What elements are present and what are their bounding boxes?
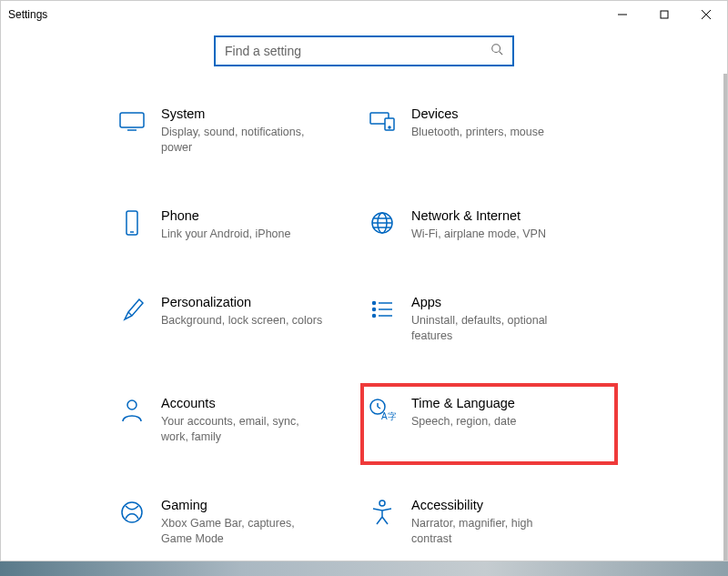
person-icon [117,396,147,425]
vertical-scrollbar[interactable] [723,74,727,561]
xbox-icon [117,498,147,527]
tile-apps[interactable]: Apps Uninstall, defaults, optional featu… [364,291,614,348]
tile-desc: Display, sound, notifications, power [161,125,325,156]
tile-phone[interactable]: Phone Link your Android, iPhone [114,205,364,246]
tile-title: System [161,106,325,121]
tile-title: Time & Language [411,396,516,410]
tile-desc: Wi-Fi, airplane mode, VPN [411,227,546,242]
tile-system[interactable]: System Display, sound, notifications, po… [114,103,364,159]
tile-desc: Your accounts, email, sync, work, family [161,414,325,445]
minimize-button[interactable] [602,1,643,28]
search-box[interactable] [214,35,514,66]
svg-rect-6 [120,113,144,127]
tile-title: Gaming [161,498,325,512]
devices-icon [368,106,397,136]
maximize-button[interactable] [643,1,685,28]
svg-point-30 [122,502,142,522]
tile-gaming[interactable]: Gaming Xbox Game Bar, captures, Game Mod… [114,494,364,551]
tile-title: Apps [411,295,575,309]
svg-point-19 [373,301,376,304]
search-row [1,28,727,76]
window-controls [602,1,727,28]
search-icon [490,43,503,59]
svg-line-5 [500,52,503,56]
system-icon [117,106,147,136]
window-title: Settings [8,8,47,21]
tile-accessibility[interactable]: Accessibility Narrator, magnifier, high … [364,494,614,551]
accessibility-icon [368,498,397,527]
tile-title: Devices [411,106,544,121]
tile-title: Phone [161,208,290,223]
tile-desc: Xbox Game Bar, captures, Game Mode [161,516,325,547]
tile-desc: Narrator, magnifier, high contrast [411,516,575,547]
svg-point-21 [373,308,376,310]
svg-line-18 [128,312,132,316]
apps-list-icon [368,295,397,324]
tile-accounts[interactable]: Accounts Your accounts, email, sync, wor… [114,392,364,449]
svg-rect-11 [126,211,137,235]
tile-devices[interactable]: Devices Bluetooth, printers, mouse [364,103,614,159]
content-area: System Display, sound, notifications, po… [1,76,727,561]
svg-text:A字: A字 [381,411,396,421]
paintbrush-icon [117,295,147,324]
tile-title: Personalization [161,295,322,309]
svg-point-4 [492,45,500,53]
tile-desc: Speech, region, date [411,414,516,429]
svg-rect-1 [661,11,668,18]
close-button[interactable] [685,1,727,28]
tile-desc: Uninstall, defaults, optional features [411,313,575,344]
tile-desc: Link your Android, iPhone [161,227,290,242]
tile-personalization[interactable]: Personalization Background, lock screen,… [114,291,364,348]
tile-desc: Bluetooth, printers, mouse [411,125,544,140]
search-input[interactable] [225,44,490,58]
settings-grid: System Display, sound, notifications, po… [73,103,655,551]
svg-point-25 [127,400,136,409]
phone-icon [117,208,147,237]
tile-title: Accounts [161,396,325,410]
time-language-icon: A字 [368,396,397,425]
tile-title: Network & Internet [411,208,546,223]
tile-time-language[interactable]: A字 Time & Language Speech, region, date [360,383,618,465]
tile-desc: Background, lock screen, colors [161,313,322,328]
svg-line-28 [378,407,380,409]
globe-icon [368,208,397,237]
svg-point-23 [373,314,376,317]
tile-title: Accessibility [411,498,575,512]
settings-window: Settings [0,0,728,561]
svg-point-10 [389,126,390,128]
desktop-strip [0,561,728,576]
tile-network[interactable]: Network & Internet Wi-Fi, airplane mode,… [364,205,614,246]
titlebar: Settings [1,1,727,28]
svg-point-31 [379,500,385,506]
